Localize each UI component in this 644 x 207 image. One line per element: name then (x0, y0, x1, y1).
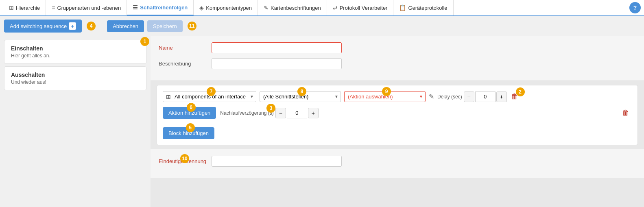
layers-icon: ≡ (52, 4, 55, 11)
beschreibung-row: Beschreibung (159, 58, 636, 69)
block-btn-wrapper: 5 Block hinzufügen (163, 127, 214, 139)
sidebar: Einschalten Hier geht alles an. 1 Aussch… (0, 36, 151, 207)
action-dropdown-wrapper: 9 (Aktion auswählen) ▼ (344, 91, 426, 102)
toolbar-actions: Abbrechen Speichern 11 (107, 20, 196, 32)
toolbar: Add switching sequence + 4 Abbrechen Spe… (0, 16, 644, 36)
help-button[interactable]: ? (629, 2, 641, 13)
add-button-label: Add switching sequence (10, 23, 67, 29)
sidebar-item-einschalten-title: Einschalten (11, 45, 140, 52)
sidebar-item-ausschalten-subtitle: Und wieder aus! (11, 79, 140, 85)
action-config-row: 7 ⊞ All components of an interface ▼ 8 (163, 91, 632, 102)
block-buttons: 5 Block hinzufügen (163, 127, 632, 139)
top-navigation: ⊞ Hierarchie ≡ Gruppenarten und -ebenen … (0, 0, 644, 16)
delay-decrement-button[interactable]: − (464, 92, 474, 102)
aktion-btn-wrapper: 6 Aktion hinzufügen (163, 107, 216, 119)
eindeutig-label-wrapper: 10 Eindeutige Kennung (159, 158, 207, 164)
block-area: 7 ⊞ All components of an interface ▼ 8 (157, 85, 638, 145)
component-interface-icon: ⊞ (166, 94, 171, 100)
block-badge: 5 (186, 123, 195, 132)
beschreibung-label: Beschreibung (159, 61, 207, 67)
tab-kartenbeschriftungen[interactable]: ✎ Kartenbeschriftungen (258, 0, 327, 15)
main-layout: Einschalten Hier geht alles an. 1 Aussch… (0, 36, 644, 207)
nachlauf-decrement-button[interactable]: − (275, 108, 286, 118)
component-dropdown-wrapper: 7 ⊞ All components of an interface ▼ (163, 91, 256, 102)
tab-kartenbeschriftungen-label: Kartenbeschriftungen (271, 5, 321, 11)
switch-icon: ☰ (133, 4, 138, 11)
nachlauf-increment-button[interactable]: + (308, 108, 319, 118)
add-btn-badge: 4 (87, 22, 96, 31)
eindeutig-section: 10 Eindeutige Kennung (151, 149, 644, 178)
tab-protokoll-label: Protokoll Verarbeiter (340, 5, 388, 11)
eindeutig-badge: 10 (180, 154, 189, 163)
name-row: Name (159, 42, 636, 53)
tab-gruppenarten[interactable]: ≡ Gruppenarten und -ebenen (46, 0, 127, 15)
cancel-button[interactable]: Abbrechen (107, 20, 144, 32)
tab-gruppenarten-label: Gruppenarten und -ebenen (57, 5, 121, 11)
beschreibung-input[interactable] (212, 58, 342, 69)
tab-protokoll[interactable]: ⇄ Protokoll Verarbeiter (327, 0, 394, 15)
eindeutig-input[interactable] (212, 156, 342, 167)
device-icon: 📋 (399, 4, 406, 11)
interface-badge: 8 (297, 87, 306, 96)
nachlauf-label: Nachlaufverzögerung (s) (220, 110, 273, 116)
label-icon: ✎ (264, 4, 269, 11)
tab-hierarchie[interactable]: ⊞ Hierarchie (3, 0, 46, 15)
edit-icon[interactable]: ✎ (429, 93, 434, 100)
eindeutig-row: 10 Eindeutige Kennung (159, 156, 636, 167)
action-badge: 9 (382, 87, 391, 96)
sidebar-item-ausschalten[interactable]: Ausschalten Und wieder aus! (4, 66, 146, 90)
aktion-badge: 6 (187, 103, 196, 112)
delete-block-row-button[interactable]: 🗑 (620, 108, 632, 118)
nachlauf-stepper: − + (275, 108, 319, 118)
delay-value-input[interactable] (475, 92, 496, 102)
tab-schaltreihenfolgen-label: Schaltreihenfolgen (140, 4, 188, 11)
component-badge: 7 (207, 87, 216, 96)
tab-hierarchie-label: Hierarchie (16, 5, 40, 11)
save-badge: 11 (188, 22, 196, 31)
einschalten-badge: 1 (140, 37, 149, 46)
delay-badge: 2 (516, 87, 525, 96)
sidebar-item-ausschalten-title: Ausschalten (11, 72, 140, 78)
delay-sec-wrapper: 2 Delay (sec) − + 🗑 (437, 92, 521, 102)
nachlauf-value-input[interactable] (287, 108, 307, 118)
name-label: Name (159, 45, 207, 51)
add-switching-sequence-button[interactable]: Add switching sequence + (4, 20, 82, 33)
bottom-action-row: 6 Aktion hinzufügen 3 Nachlaufverzögerun… (163, 107, 632, 123)
delay-label: Delay (sec) (437, 94, 462, 100)
nachlauf-wrapper: 3 Nachlaufverzögerung (s) − + (220, 108, 318, 118)
hierarchy-icon: ⊞ (9, 4, 14, 11)
save-button[interactable]: Speichern (147, 20, 183, 32)
sidebar-item-einschalten-subtitle: Hier geht alles an. (11, 53, 140, 59)
nachlauf-badge: 3 (266, 104, 275, 113)
tab-komponententypen-label: Komponententypen (206, 5, 252, 11)
interface-dropdown-wrapper: 8 (Alle Schnittstellen) ▼ (260, 91, 341, 102)
tab-geraeteprotokolle-label: Geräteprotokolle (408, 5, 447, 11)
name-input[interactable] (212, 42, 342, 53)
add-icon: + (69, 22, 76, 30)
protocol-icon: ⇄ (333, 4, 338, 11)
delay-increment-button[interactable]: + (496, 92, 507, 102)
sidebar-item-einschalten[interactable]: Einschalten Hier geht alles an. 1 (4, 40, 146, 64)
content-area: Name Beschreibung 7 ⊞ All components of … (151, 36, 644, 207)
component-icon: ◈ (199, 4, 204, 11)
delay-stepper: − + (464, 92, 507, 102)
tab-geraeteprotokolle[interactable]: 📋 Geräteprotokolle (393, 0, 453, 15)
tab-schaltreihenfolgen[interactable]: ☰ Schaltreihenfolgen (127, 0, 194, 15)
tab-komponententypen[interactable]: ◈ Komponententypen (194, 0, 258, 15)
form-section: Name Beschreibung (151, 36, 644, 81)
